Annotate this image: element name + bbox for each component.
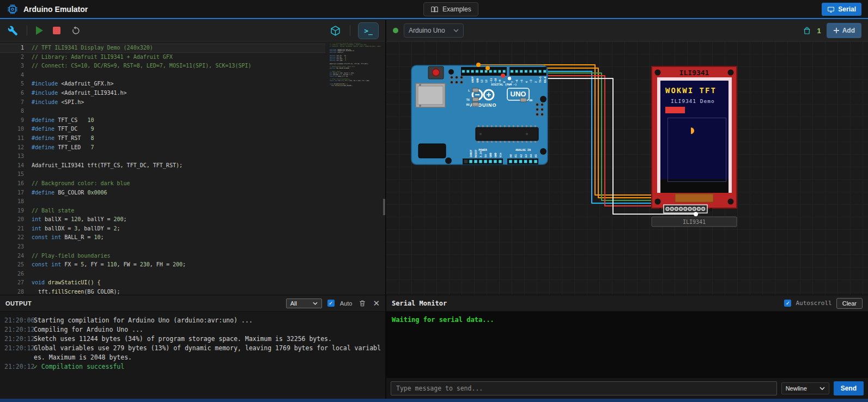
wire-endpoint-white-start[interactable] — [508, 77, 511, 80]
terminal-toggle-button[interactable]: >_ — [358, 22, 379, 39]
status-strip — [0, 399, 868, 402]
code-line[interactable] — [32, 170, 325, 179]
serial-toggle-button[interactable]: Serial — [822, 3, 861, 16]
output-panel: OUTPUT All ✓ Auto ✕ — [0, 295, 385, 399]
code-lines[interactable]: // TFT ILI9341 Display Demo (240x320)// … — [32, 44, 325, 295]
code-line[interactable]: // Library: Adafruit ILI9341 + Adafruit … — [32, 53, 325, 62]
line-number: 3 — [0, 62, 24, 71]
pin-silkscreen-label: A2 — [520, 154, 523, 157]
code-line[interactable]: #include <Adafruit_ILI9341.h> — [32, 89, 325, 98]
power-pin — [474, 160, 477, 163]
display-pin[interactable] — [670, 208, 673, 211]
line-numbers: 1234567891011121314151617181920212223242… — [0, 44, 24, 295]
app-header: Arduino Emulator Examples Serial — [0, 0, 868, 19]
display-pin[interactable] — [666, 208, 669, 211]
code-line[interactable]: const int FX = 5, FY = 110, FW = 230, FH… — [32, 260, 325, 270]
wire-endpoint-red[interactable] — [501, 74, 505, 78]
run-button[interactable] — [35, 25, 44, 36]
simulation-panel: Arduino Uno 1 Add — [386, 20, 868, 399]
digital-pin — [471, 70, 474, 72]
code-line[interactable] — [32, 152, 325, 161]
power-pin — [494, 160, 497, 163]
code-line[interactable] — [32, 270, 325, 279]
serial-message-input[interactable] — [391, 381, 777, 395]
code-line[interactable]: #include <SPI.h> — [32, 98, 325, 107]
screen-title-text: WOKWI TFT — [665, 86, 717, 95]
code-line[interactable] — [32, 197, 325, 206]
autoscroll-checkbox[interactable]: ✓ — [784, 300, 791, 307]
stop-icon — [53, 27, 60, 34]
board-select[interactable]: Arduino Uno — [404, 23, 464, 38]
display-pin[interactable] — [693, 208, 696, 211]
display-pin[interactable] — [688, 208, 691, 211]
display-pin[interactable] — [697, 208, 700, 211]
pin-silkscreen-label: 4 — [525, 81, 528, 83]
arduino-uno-board[interactable]: AREFGND1312~11~10~987~6~54~32TX→1RX←0IOR… — [411, 65, 548, 165]
code-line[interactable] — [32, 107, 325, 116]
simulation-canvas[interactable]: AREFGND1312~11~10~987~6~54~32TX→1RX←0IOR… — [386, 41, 868, 295]
serial-send-button[interactable]: Send — [834, 381, 864, 395]
code-line[interactable]: // Connect: CS=10, DC/RS=9, RST=8, LED=7… — [32, 62, 325, 71]
restart-button[interactable] — [69, 25, 82, 37]
wire-endpoint-orange-2[interactable] — [485, 66, 490, 70]
library-manager-button[interactable] — [329, 24, 342, 38]
settings-wrench-button[interactable] — [7, 25, 19, 37]
code-line[interactable]: // Play-field boundaries — [32, 252, 325, 261]
code-line[interactable]: int ballDX = 3, ballDY = 2; — [32, 224, 325, 234]
stop-button[interactable] — [52, 26, 62, 35]
power-pin — [484, 160, 487, 163]
editor-scrollbar[interactable] — [383, 199, 385, 215]
output-clear-button[interactable] — [357, 298, 367, 308]
code-line[interactable]: void drawStaticUI() { — [32, 278, 325, 288]
log-message: ✓ Compilation successful — [34, 362, 381, 371]
code-line[interactable] — [32, 242, 325, 252]
output-auto-checkbox[interactable]: ✓ — [327, 300, 335, 307]
code-line[interactable]: const int BALL_R = 10; — [32, 233, 325, 242]
code-line[interactable]: // Background color: dark blue — [32, 179, 325, 188]
wire-endpoint-orange-1[interactable] — [476, 63, 481, 67]
parts-bag-icon — [803, 26, 811, 35]
code-line[interactable]: #define TFT_LED 7 — [32, 143, 325, 153]
examples-button[interactable]: Examples — [423, 2, 478, 16]
output-filter-select[interactable]: All — [286, 299, 322, 308]
display-pin1-label: 1 — [659, 207, 661, 212]
line-number: 2 — [0, 53, 24, 62]
wire-endpoint-white-end[interactable] — [694, 212, 698, 216]
digital-pin — [489, 70, 492, 72]
code-line[interactable]: #define TFT_CS 10 — [32, 116, 325, 125]
display-pin[interactable] — [675, 208, 678, 211]
output-close-button[interactable]: ✕ — [373, 299, 380, 307]
code-line[interactable]: #define BG_COLOR 0x0006 — [32, 188, 325, 198]
reset-button[interactable] — [428, 66, 444, 79]
minimap[interactable]: // TFT ILI9341 Display Demo (240x320)// … — [330, 43, 381, 87]
ili9341-display[interactable]: ILI9341 WOKWI TFT ILI9341 Demo — [652, 66, 737, 227]
code-line[interactable]: #include <Adafruit_GFX.h> — [32, 80, 325, 89]
code-line[interactable]: tft.fillScreen(BG_COLOR); — [32, 288, 325, 295]
code-line[interactable]: // TFT ILI9341 Display Demo (240x320) — [32, 44, 325, 53]
code-line[interactable]: int ballX = 120, ballY = 200; — [32, 215, 325, 224]
pin-silkscreen-label: GND — [494, 153, 497, 157]
display-screen[interactable] — [660, 81, 729, 179]
code-line[interactable]: #define TFT_DC 9 — [32, 125, 325, 134]
usb-connector — [416, 83, 445, 107]
display-screen-bottom — [660, 179, 729, 193]
log-timestamp: 21:20:12 — [4, 325, 34, 334]
display-pin-header[interactable]: 1 9 — [659, 205, 712, 213]
digital-pin — [484, 70, 487, 72]
code-line[interactable]: // Ball state — [32, 206, 325, 216]
digital-pin — [462, 70, 465, 72]
code-line[interactable] — [32, 71, 325, 80]
serial-monitor-header: Serial Monitor ✓ Autoscroll Clear — [386, 295, 868, 312]
code-line[interactable]: Adafruit_ILI9341 tft(TFT_CS, TFT_DC, TFT… — [32, 161, 325, 170]
board-select-value: Arduino Uno — [409, 27, 445, 34]
serial-clear-button[interactable]: Clear — [836, 298, 863, 309]
display-pin[interactable] — [684, 208, 687, 211]
line-ending-select[interactable]: Newline — [781, 382, 829, 394]
add-part-button[interactable]: Add — [827, 23, 861, 38]
minimap-line: // Connect: CS=10, DC/RS=9, RST=8, LED=7… — [330, 46, 381, 48]
code-line[interactable]: #define TFT_RST 8 — [32, 134, 325, 143]
code-editor[interactable]: 1234567891011121314151617181920212223242… — [0, 41, 385, 295]
display-pin[interactable] — [679, 208, 683, 211]
display-pin[interactable] — [702, 208, 705, 211]
pin-silkscreen-label: AREF — [471, 76, 474, 83]
